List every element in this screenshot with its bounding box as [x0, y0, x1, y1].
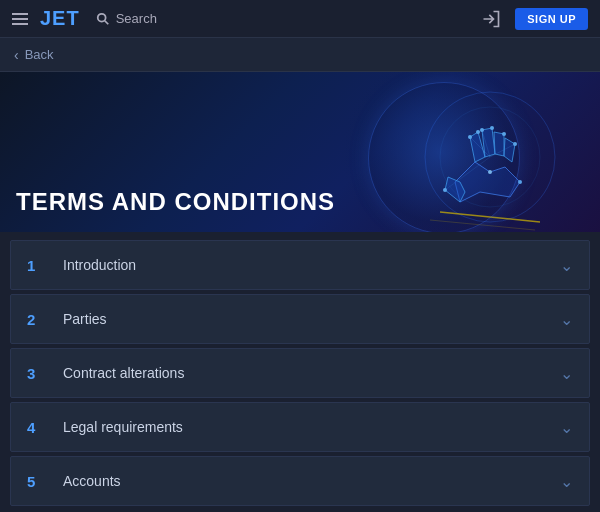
accordion-label: Parties	[63, 311, 560, 327]
svg-line-19	[470, 137, 490, 157]
hero-graphic	[360, 82, 580, 232]
accordion-number: 5	[27, 473, 51, 490]
accordion-label: Introduction	[63, 257, 560, 273]
svg-point-13	[490, 126, 494, 130]
accordion-list: 1Introduction⌄2Parties⌄3Contract alterat…	[0, 232, 600, 512]
svg-marker-7	[494, 132, 504, 156]
accordion-item[interactable]: 5Accounts⌄	[10, 456, 590, 506]
chevron-down-icon: ⌄	[560, 418, 573, 437]
chevron-down-icon: ⌄	[560, 472, 573, 491]
accordion-number: 3	[27, 365, 51, 382]
signup-button[interactable]: SIGN UP	[515, 8, 588, 30]
svg-marker-9	[445, 177, 465, 202]
svg-point-11	[476, 130, 480, 134]
svg-point-12	[480, 128, 484, 132]
svg-point-0	[97, 13, 105, 21]
accordion-item[interactable]: 2Parties⌄	[10, 294, 590, 344]
accordion-label: Legal requirements	[63, 419, 560, 435]
svg-line-24	[430, 220, 535, 230]
svg-point-10	[468, 135, 472, 139]
back-link[interactable]: Back	[25, 47, 54, 62]
search-label: Search	[116, 11, 157, 26]
accordion-label: Contract alterations	[63, 365, 560, 381]
chevron-down-icon: ⌄	[560, 364, 573, 383]
svg-point-16	[443, 188, 447, 192]
top-nav: JET Search SIGN UP	[0, 0, 600, 38]
back-bar: ‹ Back	[0, 38, 600, 72]
accordion-number: 4	[27, 419, 51, 436]
svg-point-3	[440, 107, 540, 207]
svg-line-20	[482, 130, 490, 157]
accordion-item[interactable]: 1Introduction⌄	[10, 240, 590, 290]
page-title: TERMS AND CONDITIONS	[16, 188, 335, 216]
svg-marker-4	[455, 162, 520, 202]
svg-marker-8	[504, 138, 515, 162]
svg-point-2	[425, 92, 555, 222]
logo: JET	[40, 7, 80, 30]
hero-banner: TERMS AND CONDITIONS	[0, 72, 600, 232]
svg-point-14	[502, 132, 506, 136]
svg-point-17	[518, 180, 522, 184]
accordion-item[interactable]: 4Legal requirements⌄	[10, 402, 590, 452]
svg-line-1	[104, 20, 108, 24]
back-arrow-icon: ‹	[14, 47, 19, 63]
search-button[interactable]: Search	[96, 11, 157, 26]
chevron-down-icon: ⌄	[560, 256, 573, 275]
hamburger-menu[interactable]	[12, 13, 28, 25]
chevron-down-icon: ⌄	[560, 310, 573, 329]
svg-point-15	[513, 142, 517, 146]
login-icon[interactable]	[481, 9, 501, 29]
accordion-number: 2	[27, 311, 51, 328]
svg-line-22	[445, 157, 490, 190]
svg-line-21	[490, 144, 515, 157]
svg-line-23	[440, 212, 540, 222]
svg-marker-5	[470, 132, 485, 162]
svg-point-18	[488, 170, 492, 174]
svg-marker-6	[482, 128, 495, 157]
search-icon	[96, 12, 110, 26]
accordion-label: Accounts	[63, 473, 560, 489]
accordion-item[interactable]: 3Contract alterations⌄	[10, 348, 590, 398]
accordion-number: 1	[27, 257, 51, 274]
